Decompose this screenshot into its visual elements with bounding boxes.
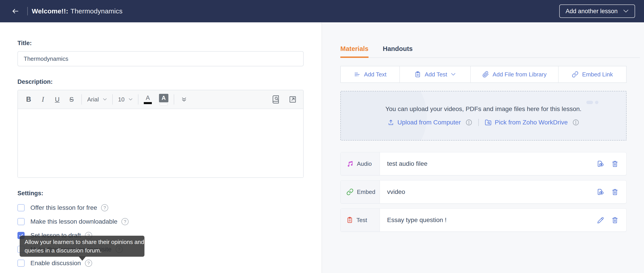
highlight-color-swatch	[160, 103, 168, 105]
setting-label: Enable discussion	[30, 260, 81, 267]
chevron-down-icon	[623, 9, 629, 13]
highlight-color-button[interactable]: A	[159, 94, 168, 105]
material-type-label: Audio	[357, 160, 372, 167]
add-actions-bar: Add Text Add Test Add File from Library	[340, 66, 626, 83]
material-name: vvideo	[387, 188, 405, 196]
toolbar-separator	[138, 94, 138, 105]
delete-icon[interactable]	[611, 188, 619, 196]
more-formatting-icon[interactable]	[180, 96, 188, 103]
font-family-select[interactable]: Arial	[87, 96, 107, 103]
setting-label: Offer this lesson for free	[30, 204, 97, 211]
back-button[interactable]	[10, 7, 20, 15]
help-icon[interactable]: ?	[101, 204, 108, 211]
clipboard-icon	[414, 71, 421, 78]
add-another-lesson-button[interactable]: Add another lesson	[559, 4, 635, 18]
link-icon	[346, 188, 354, 196]
tooltip-text-line2: queries in a discussion forum.	[24, 246, 140, 255]
links-separator	[478, 119, 479, 126]
material-actions	[596, 188, 626, 196]
tab-handouts[interactable]: Handouts	[383, 45, 413, 58]
text-color-swatch	[144, 102, 152, 104]
material-row-audio[interactable]: Audio test audio filee	[340, 152, 626, 175]
setting-label: Make this lesson downloadable	[30, 218, 118, 225]
discussion-tooltip: Allow your learners to share their opini…	[20, 236, 144, 257]
info-icon[interactable]	[572, 119, 580, 126]
top-header: Welcome!!:Thermodynamics Add another les…	[0, 0, 644, 22]
checkbox-downloadable[interactable]	[18, 218, 24, 225]
material-name: test audio filee	[387, 160, 428, 167]
description-label: Description:	[18, 78, 304, 85]
link-icon	[572, 71, 578, 78]
lesson-form-panel: Title: Description: B I U S Arial 10	[0, 22, 322, 273]
decorative-skeleton	[586, 101, 598, 104]
decorative-circle	[340, 91, 427, 141]
pick-from-workdrive-label: Pick from Zoho WorkDrive	[495, 119, 568, 126]
font-size-select[interactable]: 10	[118, 96, 132, 103]
preview-icon[interactable]	[596, 188, 604, 196]
settings-label: Settings:	[18, 190, 304, 197]
help-icon[interactable]: ?	[85, 260, 92, 267]
info-icon[interactable]	[465, 119, 472, 126]
toolbar-separator	[174, 94, 174, 105]
library-search-icon[interactable]	[272, 95, 280, 104]
material-actions	[596, 160, 626, 168]
setting-row-downloadable: Make this lesson downloadable ?	[18, 218, 304, 225]
italic-button[interactable]: I	[38, 95, 48, 103]
preview-icon[interactable]	[596, 160, 604, 168]
lesson-name: Thermodynamics	[70, 7, 122, 15]
help-glyph: ?	[124, 219, 126, 224]
settings-list: Offer this lesson for free ? Make this l…	[18, 204, 304, 267]
description-editor: B I U S Arial 10 A	[18, 90, 304, 178]
title-input[interactable]	[18, 51, 304, 66]
header-divider	[27, 7, 28, 15]
upload-dropzone[interactable]: You can upload your videos, PDFs and ima…	[340, 91, 626, 141]
material-row-embed[interactable]: Embed vvideo	[340, 180, 626, 204]
help-icon[interactable]: ?	[122, 218, 128, 225]
arrow-left-icon	[10, 7, 20, 15]
checkbox-enable-discussion[interactable]	[18, 260, 24, 267]
page-title: Welcome!!:Thermodynamics	[32, 7, 122, 15]
text-color-letter: A	[146, 95, 150, 101]
upload-from-computer-link[interactable]: Upload from Computer	[388, 119, 461, 126]
material-row-test[interactable]: Test Essay type question !	[340, 209, 626, 232]
add-text-button[interactable]: Add Text	[341, 66, 400, 82]
setting-row-discussion: Enable discussion ?	[18, 259, 304, 267]
text-lines-icon	[354, 71, 360, 78]
delete-icon[interactable]	[611, 160, 619, 168]
materials-panel: Materials Handouts Add Text Add Test	[322, 22, 644, 273]
setting-row-offer-free: Offer this lesson for free ?	[18, 204, 304, 212]
tooltip-caret	[79, 257, 86, 261]
underline-button[interactable]: U	[53, 96, 62, 103]
material-type-label: Embed	[357, 189, 375, 196]
delete-icon[interactable]	[611, 216, 619, 224]
fullscreen-icon[interactable]	[288, 95, 297, 104]
upload-message: You can upload your videos, PDFs and ima…	[386, 105, 582, 113]
upload-links-row: Upload from Computer Pick from Zoho Work…	[388, 119, 579, 126]
description-textarea[interactable]	[18, 109, 303, 177]
tooltip-text-line1: Allow your learners to share their opini…	[24, 238, 140, 246]
pick-from-workdrive-link[interactable]: Pick from Zoho WorkDrive	[484, 119, 568, 126]
edit-icon[interactable]	[597, 216, 604, 224]
add-file-from-library-button[interactable]: Add File from Library	[471, 66, 558, 82]
tab-bar: Materials Handouts	[340, 45, 626, 58]
highlight-letter: A	[159, 94, 168, 102]
material-type-cell: Embed	[340, 181, 380, 203]
lesson-prefix: Welcome!!:	[32, 7, 68, 15]
editor-toolbar: B I U S Arial 10 A	[18, 90, 303, 109]
font-size-value: 10	[118, 96, 124, 103]
music-note-icon	[346, 160, 354, 168]
help-glyph: ?	[87, 261, 90, 266]
material-name: Essay type question !	[387, 217, 446, 224]
chevron-down-icon	[128, 98, 132, 101]
font-family-value: Arial	[87, 96, 99, 103]
help-glyph: ?	[104, 205, 106, 211]
title-label: Title:	[18, 40, 304, 47]
embed-link-button[interactable]: Embed Link	[558, 66, 626, 82]
strikethrough-button[interactable]: S	[67, 96, 76, 103]
bold-button[interactable]: B	[24, 95, 33, 103]
checkbox-offer-free[interactable]	[18, 204, 24, 211]
tab-materials[interactable]: Materials	[340, 45, 368, 58]
text-color-button[interactable]: A	[144, 95, 152, 104]
add-test-button[interactable]: Add Test	[400, 66, 471, 82]
chevron-down-icon	[103, 98, 107, 101]
